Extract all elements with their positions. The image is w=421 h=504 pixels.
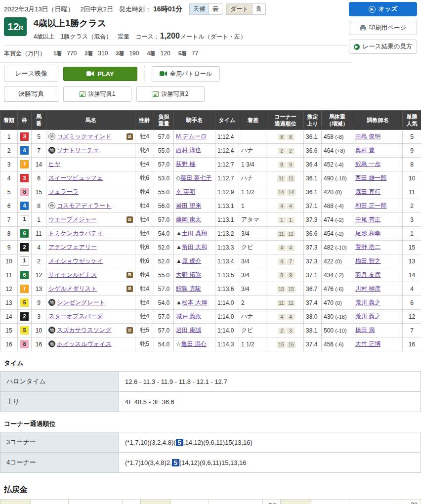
column-header: 負担 重量: [154, 111, 174, 130]
arrow-circle-icon: ▶: [354, 44, 360, 50]
trainer-link[interactable]: 橋田 満: [355, 327, 375, 334]
horse-link[interactable]: ホイッスルヴォイス: [57, 340, 112, 347]
last-3f-time: 37.3: [304, 213, 322, 227]
jockey-link[interactable]: 大野 拓弥: [176, 271, 201, 278]
win-popularity: 7: [403, 324, 421, 337]
guide-button-label: レース結果の見方: [363, 42, 413, 51]
jockey-link[interactable]: 岩田 康誠: [176, 327, 201, 334]
jockey-link[interactable]: 角田 大和: [182, 244, 207, 251]
corner-position: 15: [277, 286, 285, 293]
horse-link[interactable]: スズカサウスソング: [57, 327, 112, 334]
horse-link[interactable]: スターオブスパーダ: [48, 313, 103, 320]
horse-name-cell: ヒヤ: [46, 158, 135, 171]
prize-place: 1着: [53, 50, 62, 56]
jockey-link[interactable]: 亀田 温心: [181, 340, 207, 347]
trainer-link[interactable]: 大竹 正博: [355, 340, 380, 347]
horse-link[interactable]: コスモアディラート: [57, 202, 111, 209]
trainer-link[interactable]: 川村 禎彦: [355, 285, 380, 292]
horse-link[interactable]: シゲルメダリスト: [48, 285, 97, 292]
patrol-video-button[interactable]: 全周パトロール: [152, 66, 220, 82]
horse-link[interactable]: ヒヤ: [48, 161, 61, 168]
trainer-link[interactable]: 奥村 豊: [355, 147, 375, 154]
column-header: コーナー 通過順位: [267, 111, 304, 130]
horse-link[interactable]: フェラーラ: [48, 188, 79, 195]
time-cell: 1:13.1: [215, 199, 239, 213]
corner-position: 2: [278, 328, 286, 334]
print-page-button[interactable]: 印刷用ページ: [349, 21, 417, 35]
time-cell: 1:14.0: [215, 324, 239, 337]
horse-link[interactable]: コズミックマインド: [57, 133, 112, 140]
jockey-link[interactable]: 松本 大輝: [182, 299, 207, 306]
jockey-link[interactable]: 岩田 望来: [176, 202, 201, 209]
finish-photo1-button[interactable]: 決勝写真1: [63, 86, 131, 102]
jockey-link[interactable]: 藤田 菜七子: [180, 174, 211, 181]
frame-badge: 4: [20, 202, 29, 210]
margin-cell: ハナ: [239, 310, 267, 324]
corner-positions: 1111: [267, 227, 304, 241]
corner-positions: 1516: [267, 337, 304, 351]
prize-amount: 190: [129, 50, 139, 57]
jockey-link[interactable]: 幸 英明: [176, 188, 195, 195]
trainer-link[interactable]: 萱野 浩二: [355, 244, 380, 251]
trainer-link[interactable]: 中尾 秀正: [355, 216, 380, 223]
trainer-link[interactable]: 鮫島 一歩: [355, 161, 380, 168]
jockey-link[interactable]: 土田 真翔: [182, 230, 207, 237]
result-guide-button[interactable]: ▶ レース結果の見方: [349, 40, 417, 54]
trainer-link[interactable]: 荒川 義之: [355, 313, 380, 320]
horse-number: 14: [32, 158, 46, 171]
trainer-link[interactable]: 尾形 和幸: [355, 230, 380, 237]
column-header: 調教師名: [353, 111, 403, 130]
sex-age: 牝6: [135, 171, 154, 185]
trainer-link[interactable]: 田島 俊明: [355, 133, 380, 140]
play-video-button[interactable]: PLAY: [63, 67, 137, 81]
horse-link[interactable]: ソナトリーチェ: [57, 147, 99, 154]
jockey-link[interactable]: 城戸 義政: [176, 313, 201, 320]
jockey-cell: 岩田 康誠: [174, 324, 215, 337]
sex-age: 牡4: [135, 296, 154, 310]
horse-link[interactable]: アテンフェアリー: [48, 244, 97, 251]
sex-age: 牝5: [135, 337, 154, 351]
corner-row-label: 4コーナー: [0, 453, 119, 473]
trainer-link[interactable]: 西田 雄一郎: [355, 174, 386, 181]
corner-position: 11: [287, 231, 295, 237]
blinker-badge: B: [126, 327, 133, 334]
horse-link[interactable]: サイモンルピナス: [48, 271, 97, 278]
odds-button[interactable]: ▶ オッズ: [349, 2, 417, 16]
time-cell: 1:12.7: [215, 171, 239, 185]
results-header-row: 着順枠馬 番馬名性齢負担 重量騎手名タイム着差コーナー 通過順位推定 上り馬体重…: [0, 111, 421, 130]
trainer-link[interactable]: 森田 直行: [355, 188, 380, 195]
trainer-link[interactable]: 羽月 友彦: [355, 271, 380, 278]
margin-cell: 1 3/4: [239, 158, 267, 171]
jockey-link[interactable]: 原 優介: [182, 257, 201, 264]
jockey-link[interactable]: 西村 淳也: [176, 147, 201, 154]
trainer-link[interactable]: 和田 正一郎: [355, 202, 386, 209]
jockey-link[interactable]: 鮫島 克駿: [176, 285, 201, 292]
horse-link[interactable]: トミケンカラパティ: [48, 230, 103, 237]
margin-cell: ハナ: [239, 144, 267, 158]
finish-photo2-button[interactable]: 決勝写真2: [136, 86, 205, 102]
horse-link[interactable]: ウェーブメジャー: [48, 216, 97, 223]
start-time: 16時01分: [153, 5, 182, 14]
column-header: 馬名: [46, 111, 135, 130]
frame-badge: 1: [20, 256, 29, 266]
trainer-cell: 萱野 浩二: [353, 241, 403, 254]
result-row: 9 2 4 アテンフェアリー 牝6 52.0 ▲角田 大和 1:13.3 クビ …: [0, 241, 421, 254]
frame-cell: 4: [18, 144, 32, 158]
horse-name-cell: 地シンゼングレート: [46, 296, 135, 310]
horse-link[interactable]: メイショウゼッケイ: [48, 257, 103, 264]
horse-name-cell: シゲルメダリストB: [46, 282, 135, 296]
horse-weight: 490 (-18): [322, 171, 353, 185]
last-3f-time: 36.7: [304, 282, 322, 296]
jockey-link[interactable]: M.デムーロ: [176, 133, 207, 140]
horse-link[interactable]: シンゼングレート: [57, 299, 105, 306]
jockey-link[interactable]: 荻野 極: [176, 161, 195, 168]
jockey-link[interactable]: 藤岡 康太: [176, 216, 201, 223]
horse-link[interactable]: スイーツビュッフェ: [48, 174, 103, 181]
frame-badge: 6: [20, 271, 29, 279]
trainer-link[interactable]: 荒川 義之: [355, 299, 380, 306]
horse-number: 3: [32, 310, 46, 324]
carried-weight: 57.0: [154, 213, 174, 227]
trainer-link[interactable]: 梅田 智之: [355, 257, 380, 264]
horse-number: 8: [32, 199, 46, 213]
margin-cell: 2: [239, 296, 267, 310]
